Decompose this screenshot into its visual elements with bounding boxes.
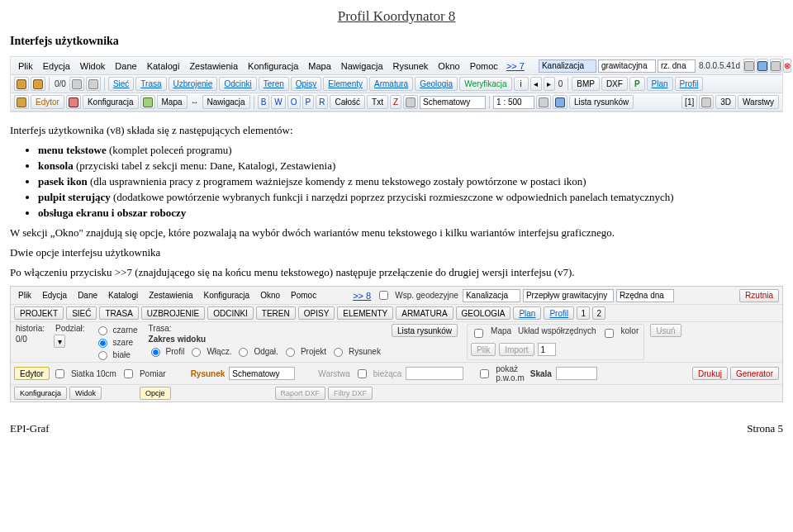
menu-item[interactable]: Zestawienia [145,289,197,302]
switch-v8-link[interactable]: >> 8 [350,291,373,301]
szare-radio[interactable] [98,339,107,348]
warstwy-button[interactable]: Warstwy [738,95,779,109]
wsp-checkbox[interactable] [379,291,388,300]
rzdna-input[interactable] [658,59,696,73]
menu-item[interactable]: Mapa [304,59,335,73]
opisy-button[interactable]: Opisy [291,77,322,91]
layers-icon[interactable] [403,95,418,109]
bracket1-button[interactable]: [1] [681,95,697,109]
menu-item[interactable]: Katalogi [143,59,184,73]
menu-item[interactable]: Katalogi [104,289,142,302]
plan-button[interactable]: Plan [647,77,673,91]
scale-input[interactable] [493,96,534,109]
siatka-checkbox[interactable] [55,369,64,378]
filtry-dxf-button[interactable]: Filtry DXF [328,387,373,400]
chart-icon[interactable] [743,59,755,73]
schematowy-input-v7[interactable] [229,367,295,380]
menu-item[interactable]: Okno [434,59,463,73]
tab-button[interactable]: UZBROJENIE [141,306,205,320]
scroll-left-button[interactable]: ◂ [530,77,542,91]
biezaca-checkbox[interactable] [358,369,367,378]
tab-button[interactable]: ELEMENTY [337,306,393,320]
trasa-button[interactable]: Trasa [135,77,166,91]
menu-item[interactable]: Edycja [38,289,71,302]
tab-button[interactable]: ARMATURA [396,306,453,320]
scroll-right-button[interactable]: ▸ [544,77,555,91]
wave-icon[interactable] [757,59,768,73]
profil-button[interactable]: Profil [675,77,704,91]
menu-item[interactable]: Plik [14,59,37,73]
pokaz-checkbox[interactable] [480,369,489,378]
opcje-tab[interactable]: Opcje [140,387,171,400]
menu-item[interactable]: Edycja [39,59,74,73]
tile2-icon[interactable] [31,77,45,91]
rzedna-input[interactable] [616,289,674,302]
tab-button[interactable]: TEREN [256,306,296,320]
txt-button[interactable]: Txt [367,95,388,109]
usun-button[interactable]: Usuń [650,324,681,337]
tab-button[interactable]: PROJEKT [14,306,64,320]
przeplyw-input[interactable] [523,289,614,302]
drukuj-button[interactable]: Drukuj [692,367,728,380]
warstwa-input[interactable] [406,367,463,380]
z-button[interactable]: Z [390,95,401,109]
skala-input[interactable] [556,367,597,380]
page2-icon[interactable] [86,77,101,91]
edytor-button-v7[interactable]: Edytor [14,367,50,380]
one-button[interactable]: 1 [577,306,590,320]
p-button[interactable]: P [629,77,645,91]
uzbrojenie-button[interactable]: Uzbrojenie [169,77,218,91]
split-icon[interactable] [699,95,714,109]
menu-item[interactable]: Dane [74,289,102,302]
elementy-button[interactable]: Elementy [323,77,368,91]
raport-dxf-button[interactable]: Raport DXF [275,387,326,400]
widok-tab[interactable]: Widok [69,387,102,400]
menu-item[interactable]: Zestawienia [185,59,242,73]
pencil-icon[interactable] [14,95,29,109]
tab-button[interactable]: SIEĆ [66,306,97,320]
rzutnia-button-v7[interactable]: Rzutnia [739,289,779,302]
mapa-checkbox[interactable] [474,329,483,338]
map-icon[interactable] [140,95,155,109]
tab-button[interactable]: ODCINKI [207,306,254,320]
w-button[interactable]: W [271,95,285,109]
profil-radio[interactable] [151,348,160,357]
menu-item[interactable]: Plik [14,289,36,302]
calosc-button[interactable]: Całość [330,95,365,109]
konfiguracja-button[interactable]: Konfiguracja [83,95,139,109]
two-button[interactable]: 2 [592,306,605,320]
kanalizacja-input[interactable] [539,59,596,73]
nawigacja-button[interactable]: Nawigacja [202,95,250,109]
tab-button[interactable]: OPISY [298,306,335,320]
menu-item[interactable]: Dane [111,59,140,73]
kanalizacja-input-v7[interactable] [463,289,520,302]
rysunek-radio[interactable] [334,348,343,357]
geologia-button[interactable]: Geologia [415,77,458,91]
p2-button[interactable]: P [302,95,315,109]
menu-item[interactable]: Konfiguracja [244,59,302,73]
menu-item[interactable]: Pomoc [287,289,321,302]
menu-item[interactable]: Rysunek [389,59,433,73]
menu-item[interactable]: Konfiguracja [200,289,254,302]
gear-icon[interactable] [66,95,81,109]
dxf-button[interactable]: DXF [601,77,628,91]
b-button[interactable]: B [258,95,270,109]
tab-button[interactable]: GEOLOGIA [456,306,511,320]
siec-button[interactable]: Sieć [108,77,134,91]
pomiar-checkbox[interactable] [124,369,133,378]
switch-v7-link[interactable]: >> 7 [504,61,527,71]
podzial-dropdown-icon[interactable]: ▾ [54,335,65,348]
info-icon[interactable]: i [514,77,529,91]
czarne-radio[interactable] [98,326,107,335]
edytor-button[interactable]: Edytor [31,95,64,109]
r-button[interactable]: R [316,95,328,109]
teren-button[interactable]: Teren [259,77,289,91]
odcinki-button[interactable]: Odcinki [219,77,256,91]
odgal-radio[interactable] [239,348,248,357]
profil-button-v7[interactable]: Profil [544,306,574,320]
page-icon[interactable] [69,77,84,91]
plan-button-v7[interactable]: Plan [513,306,541,320]
menu-item[interactable]: Widok [76,59,110,73]
import-index-input[interactable] [538,343,556,356]
wlacz-radio[interactable] [192,348,201,357]
